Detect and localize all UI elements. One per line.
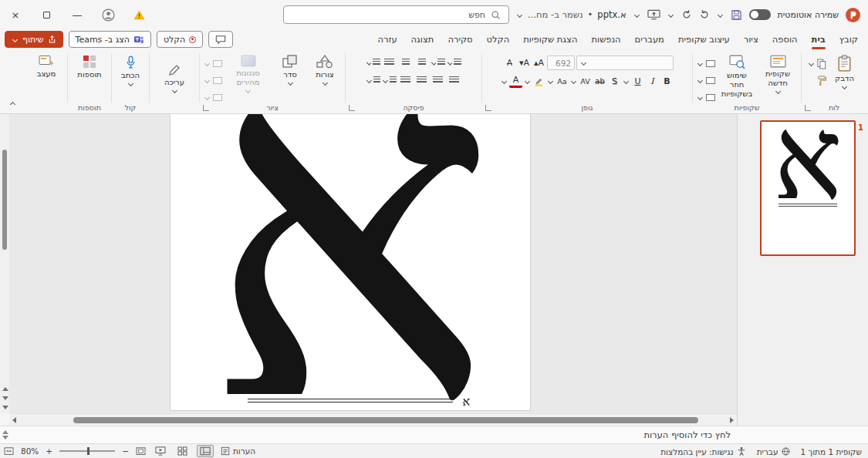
- font-color-button[interactable]: A: [509, 74, 522, 88]
- layout-button[interactable]: [697, 58, 715, 69]
- vertical-scrollbar-thumb[interactable]: [2, 150, 7, 250]
- copy-button[interactable]: [808, 58, 826, 69]
- text-shadow-button[interactable]: S: [608, 74, 621, 88]
- change-case-button[interactable]: Aa: [556, 74, 569, 88]
- tab-home[interactable]: בית: [805, 29, 833, 49]
- clipboard-dialog-launcher[interactable]: [805, 105, 811, 111]
- share-button[interactable]: שיתוף: [5, 31, 63, 48]
- reuse-slides-button[interactable]: שימוש חוזר בשקופיות: [718, 52, 756, 99]
- horizontal-scrollbar[interactable]: [9, 413, 737, 426]
- zoom-slider-knob[interactable]: [87, 447, 90, 455]
- zoom-slider[interactable]: [59, 450, 115, 452]
- slide-thumbnail[interactable]: א: [760, 120, 856, 256]
- designer-button[interactable]: מעצב: [30, 52, 62, 79]
- tab-insert[interactable]: הוספה: [765, 29, 805, 49]
- tab-view[interactable]: תצוגה: [404, 29, 441, 49]
- next-slide-button[interactable]: [2, 406, 8, 409]
- close-button[interactable]: ×: [0, 0, 31, 29]
- fit-to-window-button[interactable]: [136, 447, 146, 456]
- slide-counter[interactable]: שקופית 1 מתוך 1: [801, 447, 863, 456]
- scroll-up-button[interactable]: [2, 387, 8, 391]
- shape-outline-button[interactable]: [204, 92, 222, 103]
- scroll-right-button[interactable]: [730, 417, 734, 423]
- tab-design[interactable]: עיצוב שקופית: [671, 29, 737, 49]
- tab-file[interactable]: קובץ: [833, 29, 865, 49]
- file-title[interactable]: א.pptx • נשמר ב- מח...: [516, 9, 627, 20]
- align-right-button[interactable]: [447, 73, 461, 87]
- dictate-button[interactable]: הכתב: [114, 52, 147, 86]
- minimize-button[interactable]: —: [62, 0, 93, 29]
- slide-letter-text[interactable]: א: [171, 114, 530, 411]
- horizontal-scrollbar-thumb[interactable]: [73, 417, 698, 423]
- tab-transitions[interactable]: מעברים: [628, 29, 671, 49]
- shrink-font-button[interactable]: A▾: [518, 56, 531, 70]
- vertical-scrollbar[interactable]: [0, 114, 9, 413]
- previous-slide-button[interactable]: [2, 396, 8, 400]
- zoom-in-button[interactable]: +: [46, 446, 52, 456]
- text-direction-button[interactable]: [382, 56, 397, 69]
- grow-font-button[interactable]: A▴: [532, 56, 545, 70]
- slide[interactable]: א א: [170, 114, 531, 411]
- arrange-button[interactable]: סדר: [274, 52, 306, 85]
- shapes-button[interactable]: צורות: [309, 52, 341, 85]
- font-color-chevron-icon[interactable]: [502, 78, 507, 83]
- paste-button[interactable]: הדבק: [829, 52, 861, 89]
- reset-button[interactable]: [697, 75, 715, 86]
- highlight-chevron-icon[interactable]: [525, 78, 530, 83]
- tab-review[interactable]: סקירה: [441, 29, 479, 49]
- fit-slide-button[interactable]: [4, 447, 14, 456]
- language-button[interactable]: עברית: [757, 447, 790, 456]
- tab-help[interactable]: עזרה: [370, 29, 404, 49]
- tab-record[interactable]: הקלט: [480, 29, 517, 49]
- indent-increase-button[interactable]: [398, 56, 413, 69]
- zoom-level[interactable]: 80%: [21, 446, 39, 456]
- slideshow-view-button[interactable]: [153, 446, 168, 456]
- quick-styles-button[interactable]: סגנונות מהירים: [225, 52, 272, 93]
- format-painter-button[interactable]: [808, 75, 826, 86]
- account-avatar-icon[interactable]: [93, 0, 123, 29]
- highlight-color-button[interactable]: [532, 74, 545, 88]
- italic-button[interactable]: I: [646, 74, 659, 88]
- notes-button[interactable]: הערות: [221, 446, 255, 456]
- font-dialog-launcher[interactable]: [485, 105, 491, 111]
- font-name-combo[interactable]: [576, 56, 674, 70]
- undo-button[interactable]: [699, 9, 710, 20]
- drawing-dialog-launcher[interactable]: [203, 105, 209, 111]
- editing-button[interactable]: עריכה: [158, 61, 191, 93]
- save-button[interactable]: [731, 9, 742, 21]
- slide-caption-letter[interactable]: א: [462, 394, 470, 409]
- accessibility-status-button[interactable]: נגישות: עיין בהמלצות: [660, 446, 745, 456]
- notes-pane[interactable]: לחץ כדי להוסיף הערות: [0, 426, 868, 443]
- notes-placeholder[interactable]: לחץ כדי להוסיף הערות: [643, 426, 731, 444]
- tab-animations[interactable]: הנפשות: [584, 29, 627, 49]
- normal-view-button[interactable]: [197, 445, 214, 457]
- scroll-left-button[interactable]: [12, 417, 16, 423]
- notes-resize-handle[interactable]: [2, 430, 8, 439]
- present-options-chevron-icon[interactable]: [634, 12, 640, 17]
- redo-button[interactable]: [681, 9, 692, 20]
- line-spacing-button[interactable]: [366, 56, 380, 69]
- shape-fill-button[interactable]: [204, 75, 222, 86]
- tab-draw[interactable]: ציור: [737, 29, 765, 49]
- warning-icon[interactable]: [123, 0, 154, 29]
- font-size-combo[interactable]: 692: [547, 56, 575, 70]
- underline-button[interactable]: U: [631, 74, 644, 88]
- numbering-button[interactable]: [431, 56, 445, 69]
- new-slide-button[interactable]: שקופית חדשה: [758, 52, 797, 93]
- autosave-toggle[interactable]: [749, 9, 771, 20]
- align-center-button[interactable]: [431, 73, 445, 87]
- align-left-button[interactable]: [414, 73, 429, 87]
- spacing-chevron-icon[interactable]: [571, 78, 576, 83]
- save-options-chevron-icon[interactable]: [718, 12, 723, 17]
- bullets-button[interactable]: [447, 56, 461, 69]
- edit-shape-button[interactable]: [204, 58, 222, 69]
- section-button[interactable]: [697, 92, 715, 103]
- comments-button[interactable]: [208, 31, 233, 48]
- tab-slideshow[interactable]: הצגת שקופיות: [516, 29, 584, 49]
- underline-chevron-icon[interactable]: [623, 78, 629, 83]
- zoom-out-button[interactable]: −: [122, 446, 129, 456]
- paragraph-dialog-launcher[interactable]: [349, 105, 355, 111]
- case-chevron-icon[interactable]: [548, 78, 553, 83]
- redo-options-chevron-icon[interactable]: [668, 12, 674, 17]
- slide-editing-area[interactable]: א א: [9, 114, 737, 413]
